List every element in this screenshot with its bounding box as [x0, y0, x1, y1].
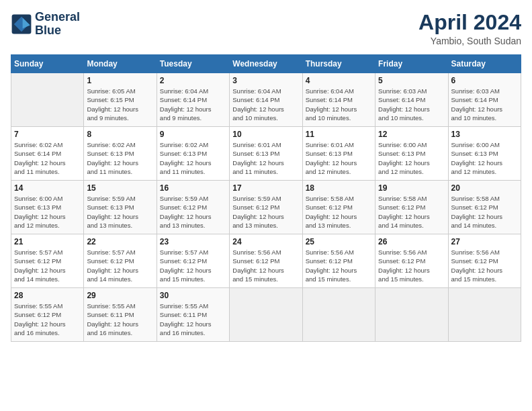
logo-text: General Blue [35, 11, 80, 38]
calendar-cell: 5Sunrise: 6:03 AM Sunset: 6:14 PM Daylig… [375, 73, 448, 127]
calendar-week-row: 14Sunrise: 6:00 AM Sunset: 6:13 PM Dayli… [11, 181, 521, 234]
day-info: Sunrise: 5:56 AM Sunset: 6:12 PM Dayligh… [306, 248, 372, 283]
day-info: Sunrise: 6:01 AM Sunset: 6:13 PM Dayligh… [232, 140, 299, 176]
calendar-cell: 23Sunrise: 5:57 AM Sunset: 6:12 PM Dayli… [157, 234, 229, 288]
day-number: 30 [160, 291, 226, 300]
calendar-cell [375, 288, 448, 342]
day-number: 8 [87, 130, 153, 139]
calendar-week-row: 21Sunrise: 5:57 AM Sunset: 6:12 PM Dayli… [11, 234, 521, 288]
day-number: 17 [232, 183, 299, 193]
calendar-cell: 28Sunrise: 5:55 AM Sunset: 6:12 PM Dayli… [11, 288, 84, 342]
day-info: Sunrise: 6:00 AM Sunset: 6:13 PM Dayligh… [451, 140, 518, 176]
calendar-week-row: 1Sunrise: 6:05 AM Sunset: 6:15 PM Daylig… [11, 73, 521, 127]
calendar-cell [302, 288, 375, 342]
calendar-cell: 3Sunrise: 6:04 AM Sunset: 6:14 PM Daylig… [230, 73, 302, 127]
weekday-header-tuesday: Tuesday [157, 55, 229, 73]
calendar-cell [230, 288, 302, 342]
calendar-week-row: 28Sunrise: 5:55 AM Sunset: 6:12 PM Dayli… [11, 288, 521, 342]
day-number: 21 [14, 237, 81, 246]
calendar-cell: 20Sunrise: 5:58 AM Sunset: 6:12 PM Dayli… [448, 181, 521, 234]
weekday-header-row: SundayMondayTuesdayWednesdayThursdayFrid… [11, 55, 521, 73]
day-info: Sunrise: 5:59 AM Sunset: 6:12 PM Dayligh… [232, 194, 299, 230]
day-number: 27 [451, 237, 518, 246]
day-info: Sunrise: 5:57 AM Sunset: 6:12 PM Dayligh… [14, 248, 81, 283]
calendar-cell: 27Sunrise: 5:56 AM Sunset: 6:12 PM Dayli… [448, 234, 521, 288]
weekday-header-thursday: Thursday [302, 55, 375, 73]
calendar-cell: 26Sunrise: 5:56 AM Sunset: 6:12 PM Dayli… [375, 234, 448, 288]
calendar-cell: 22Sunrise: 5:57 AM Sunset: 6:12 PM Dayli… [84, 234, 157, 288]
calendar-cell: 19Sunrise: 5:58 AM Sunset: 6:12 PM Dayli… [375, 181, 448, 234]
calendar-cell: 8Sunrise: 6:02 AM Sunset: 6:13 PM Daylig… [84, 127, 157, 181]
calendar-cell: 14Sunrise: 6:00 AM Sunset: 6:13 PM Dayli… [11, 181, 84, 234]
day-number: 28 [14, 291, 81, 300]
day-info: Sunrise: 6:01 AM Sunset: 6:13 PM Dayligh… [306, 140, 372, 176]
calendar-cell: 29Sunrise: 5:55 AM Sunset: 6:11 PM Dayli… [84, 288, 157, 342]
day-info: Sunrise: 5:57 AM Sunset: 6:12 PM Dayligh… [87, 248, 153, 283]
calendar-cell: 16Sunrise: 5:59 AM Sunset: 6:12 PM Dayli… [157, 181, 229, 234]
calendar-cell [11, 73, 84, 127]
calendar-cell: 30Sunrise: 5:55 AM Sunset: 6:11 PM Dayli… [157, 288, 229, 342]
day-info: Sunrise: 6:05 AM Sunset: 6:15 PM Dayligh… [87, 87, 153, 122]
day-number: 6 [451, 76, 518, 85]
day-number: 18 [306, 183, 372, 193]
day-info: Sunrise: 6:04 AM Sunset: 6:14 PM Dayligh… [306, 87, 372, 122]
title-block: April 2024 Yambio, South Sudan [418, 11, 521, 46]
day-number: 4 [306, 76, 372, 85]
day-number: 22 [87, 237, 153, 246]
day-info: Sunrise: 6:02 AM Sunset: 6:14 PM Dayligh… [14, 140, 81, 176]
location-subtitle: Yambio, South Sudan [418, 36, 521, 46]
day-info: Sunrise: 5:58 AM Sunset: 6:12 PM Dayligh… [378, 194, 445, 230]
day-info: Sunrise: 5:59 AM Sunset: 6:13 PM Dayligh… [87, 194, 153, 230]
day-number: 29 [87, 291, 153, 300]
day-info: Sunrise: 5:57 AM Sunset: 6:12 PM Dayligh… [160, 248, 226, 283]
month-title: April 2024 [418, 11, 521, 34]
day-info: Sunrise: 5:56 AM Sunset: 6:12 PM Dayligh… [378, 248, 445, 283]
day-number: 13 [451, 130, 518, 139]
day-number: 1 [87, 76, 153, 85]
calendar-cell: 9Sunrise: 6:02 AM Sunset: 6:13 PM Daylig… [157, 127, 229, 181]
day-number: 2 [160, 76, 226, 85]
calendar-cell: 21Sunrise: 5:57 AM Sunset: 6:12 PM Dayli… [11, 234, 84, 288]
day-number: 25 [306, 237, 372, 246]
weekday-header-sunday: Sunday [11, 55, 84, 73]
day-info: Sunrise: 6:00 AM Sunset: 6:13 PM Dayligh… [378, 140, 445, 176]
day-number: 19 [378, 183, 445, 193]
weekday-header-friday: Friday [375, 55, 448, 73]
calendar-cell: 17Sunrise: 5:59 AM Sunset: 6:12 PM Dayli… [230, 181, 302, 234]
day-number: 5 [378, 76, 445, 85]
day-number: 3 [232, 76, 299, 85]
day-info: Sunrise: 5:56 AM Sunset: 6:12 PM Dayligh… [232, 248, 299, 283]
logo: General Blue [11, 11, 80, 38]
weekday-header-monday: Monday [84, 55, 157, 73]
day-info: Sunrise: 6:03 AM Sunset: 6:14 PM Dayligh… [378, 87, 445, 122]
calendar-cell: 7Sunrise: 6:02 AM Sunset: 6:14 PM Daylig… [11, 127, 84, 181]
day-number: 23 [160, 237, 226, 246]
calendar-cell: 10Sunrise: 6:01 AM Sunset: 6:13 PM Dayli… [230, 127, 302, 181]
day-number: 11 [306, 130, 372, 139]
day-info: Sunrise: 5:58 AM Sunset: 6:12 PM Dayligh… [451, 194, 518, 230]
day-info: Sunrise: 6:04 AM Sunset: 6:14 PM Dayligh… [160, 87, 226, 122]
day-number: 16 [160, 183, 226, 193]
calendar-cell: 12Sunrise: 6:00 AM Sunset: 6:13 PM Dayli… [375, 127, 448, 181]
day-info: Sunrise: 6:04 AM Sunset: 6:14 PM Dayligh… [232, 87, 299, 122]
calendar-cell: 18Sunrise: 5:58 AM Sunset: 6:12 PM Dayli… [302, 181, 375, 234]
calendar-cell: 11Sunrise: 6:01 AM Sunset: 6:13 PM Dayli… [302, 127, 375, 181]
day-info: Sunrise: 5:55 AM Sunset: 6:11 PM Dayligh… [87, 302, 153, 337]
calendar-cell: 25Sunrise: 5:56 AM Sunset: 6:12 PM Dayli… [302, 234, 375, 288]
calendar-cell: 2Sunrise: 6:04 AM Sunset: 6:14 PM Daylig… [157, 73, 229, 127]
weekday-header-wednesday: Wednesday [230, 55, 302, 73]
day-info: Sunrise: 6:03 AM Sunset: 6:14 PM Dayligh… [451, 87, 518, 122]
day-number: 15 [87, 183, 153, 193]
calendar-week-row: 7Sunrise: 6:02 AM Sunset: 6:14 PM Daylig… [11, 127, 521, 181]
calendar-cell [448, 288, 521, 342]
day-info: Sunrise: 6:02 AM Sunset: 6:13 PM Dayligh… [160, 140, 226, 176]
page-header: General Blue April 2024 Yambio, South Su… [11, 11, 521, 46]
day-info: Sunrise: 6:02 AM Sunset: 6:13 PM Dayligh… [87, 140, 153, 176]
day-number: 14 [14, 183, 81, 193]
day-info: Sunrise: 5:56 AM Sunset: 6:12 PM Dayligh… [451, 248, 518, 283]
day-number: 12 [378, 130, 445, 139]
calendar-cell: 13Sunrise: 6:00 AM Sunset: 6:13 PM Dayli… [448, 127, 521, 181]
day-info: Sunrise: 5:55 AM Sunset: 6:12 PM Dayligh… [14, 302, 81, 337]
day-info: Sunrise: 5:58 AM Sunset: 6:12 PM Dayligh… [306, 194, 372, 230]
day-number: 26 [378, 237, 445, 246]
